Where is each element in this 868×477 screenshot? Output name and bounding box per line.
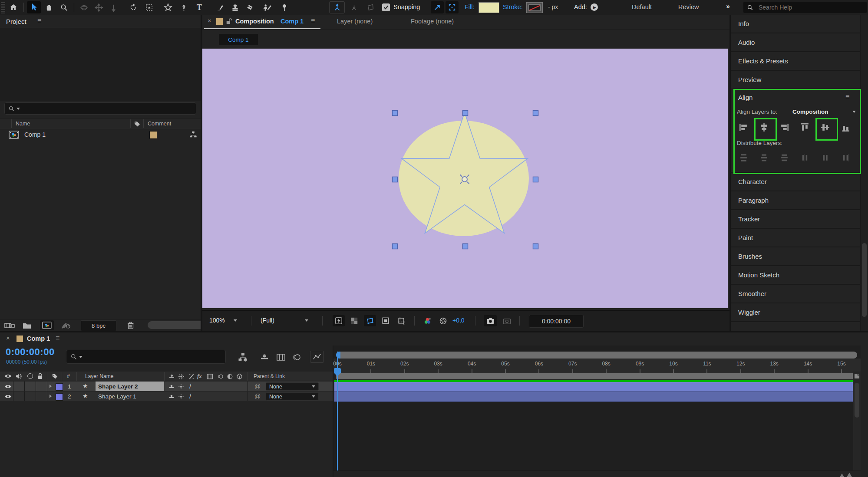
snap-to-features-button[interactable] bbox=[446, 1, 459, 13]
distribute-top-button[interactable] bbox=[736, 150, 751, 165]
orbit-camera-tool[interactable] bbox=[77, 1, 90, 13]
timeline-nav-scrollbar[interactable] bbox=[336, 352, 857, 359]
sidebar-item-audio[interactable]: Audio bbox=[731, 33, 860, 52]
motion-blur-column-icon[interactable] bbox=[217, 373, 224, 380]
solo-column-icon[interactable] bbox=[27, 373, 33, 379]
distribute-horizontal-center-button[interactable] bbox=[818, 150, 832, 165]
fill-label[interactable]: Fill: bbox=[465, 3, 475, 10]
camera-roi-tool[interactable] bbox=[142, 1, 155, 13]
layer-2-duration-bar[interactable] bbox=[334, 392, 859, 402]
search-help-box[interactable] bbox=[743, 2, 867, 13]
layer-quality-icon[interactable]: / bbox=[189, 392, 191, 400]
brush-tool[interactable] bbox=[214, 1, 227, 13]
comp-quick-tab[interactable]: Comp 1 bbox=[219, 34, 258, 45]
fast-previews-button[interactable] bbox=[333, 315, 345, 326]
comp-marker-bin-icon[interactable] bbox=[854, 373, 860, 379]
project-search-box[interactable] bbox=[4, 102, 196, 115]
motion-blur-toggle-icon[interactable] bbox=[292, 352, 301, 362]
interpret-footage-icon[interactable] bbox=[4, 322, 15, 329]
timeline-zoom-icons[interactable] bbox=[839, 472, 854, 477]
sidebar-item-info[interactable]: Info bbox=[731, 15, 860, 33]
column-comment[interactable]: Comment bbox=[148, 121, 171, 127]
align-bottom-button[interactable] bbox=[838, 120, 853, 135]
bit-depth-button[interactable]: 8 bpc bbox=[81, 320, 116, 331]
graph-editor-button[interactable] bbox=[310, 351, 324, 363]
layer-name-column-header[interactable]: Layer Name bbox=[85, 373, 113, 379]
stroke-width-value[interactable]: - px bbox=[548, 3, 558, 10]
layer-collapse-icon[interactable] bbox=[178, 394, 184, 400]
shy-toggle-icon[interactable] bbox=[260, 352, 269, 362]
search-help-input[interactable] bbox=[758, 3, 855, 11]
work-area-bar[interactable] bbox=[336, 373, 857, 379]
show-snapshot-button[interactable] bbox=[500, 315, 513, 326]
viewer-tab-comp-name[interactable]: Comp 1 bbox=[281, 18, 304, 25]
sidebar-item-brushes[interactable]: Brushes bbox=[731, 247, 860, 266]
viewer-tab-close-button[interactable]: × bbox=[208, 17, 211, 24]
sidebar-scrollbar-thumb[interactable] bbox=[862, 243, 867, 317]
parent-dropdown[interactable]: None bbox=[266, 392, 319, 401]
trash-icon[interactable] bbox=[127, 321, 135, 329]
label-column-tag-icon[interactable] bbox=[134, 120, 141, 127]
world-axis-mode-button[interactable] bbox=[347, 1, 361, 13]
sidebar-item-smoother[interactable]: Smoother bbox=[731, 285, 860, 303]
dolly-camera-tool[interactable] bbox=[107, 1, 120, 13]
composition-mini-flowchart-icon[interactable] bbox=[238, 352, 248, 362]
layer-visibility-eye-icon[interactable] bbox=[4, 394, 12, 399]
hand-tool[interactable] bbox=[43, 1, 56, 13]
project-panel-title[interactable]: Project bbox=[6, 18, 26, 25]
distribute-left-button[interactable] bbox=[797, 150, 812, 165]
layer-row-2[interactable]: 2 ★ Shape Layer 1 / @ None bbox=[0, 391, 333, 401]
roto-brush-tool[interactable] bbox=[260, 1, 274, 13]
sidebar-item-preview[interactable]: Preview bbox=[731, 71, 860, 89]
current-time-display[interactable]: 0:00:00:00 bbox=[6, 346, 55, 358]
video-column-eye-icon[interactable] bbox=[4, 373, 12, 379]
mask-visibility-button[interactable] bbox=[364, 315, 376, 326]
flowchart-icon[interactable] bbox=[189, 131, 197, 138]
zoom-tool[interactable] bbox=[57, 1, 70, 13]
parent-link-column-header[interactable]: Parent & Link bbox=[254, 373, 285, 379]
resolution-chevron[interactable] bbox=[305, 319, 308, 322]
puppet-pin-tool[interactable] bbox=[278, 1, 291, 13]
column-name[interactable]: Name bbox=[16, 121, 30, 127]
guides-rulers-button[interactable] bbox=[395, 315, 407, 326]
local-axis-mode-button[interactable] bbox=[329, 1, 345, 13]
type-tool[interactable]: T bbox=[193, 1, 206, 13]
align-panel-menu-icon[interactable]: ≡ bbox=[845, 93, 849, 101]
layer-expander[interactable] bbox=[50, 385, 52, 388]
take-snapshot-button[interactable] bbox=[484, 315, 497, 326]
align-right-button[interactable] bbox=[777, 120, 792, 135]
project-search-input[interactable] bbox=[23, 105, 190, 112]
fill-swatch[interactable] bbox=[479, 2, 499, 13]
parent-pickwhip-icon[interactable]: @ bbox=[254, 393, 261, 400]
playhead-marker[interactable] bbox=[334, 368, 341, 373]
stamp-tool[interactable] bbox=[228, 1, 241, 13]
timeline-vertical-scrollbar-thumb[interactable] bbox=[855, 383, 859, 418]
project-panel-menu-icon[interactable]: ≡ bbox=[37, 17, 41, 25]
selection-tool[interactable] bbox=[27, 1, 41, 13]
resolution-dropdown[interactable]: (Full) bbox=[261, 317, 274, 324]
timeline-tab-close-button[interactable]: × bbox=[6, 334, 10, 342]
transparency-grid-button[interactable] bbox=[348, 315, 360, 326]
shy-column-icon[interactable] bbox=[168, 373, 175, 380]
stroke-swatch[interactable] bbox=[526, 2, 543, 13]
parent-dropdown[interactable]: None bbox=[266, 382, 319, 391]
sidebar-item-motion-sketch[interactable]: Motion Sketch bbox=[731, 266, 860, 285]
search-options-chevron[interactable] bbox=[17, 108, 20, 110]
timeline-search-input[interactable] bbox=[86, 353, 218, 361]
audio-column-speaker-icon[interactable] bbox=[16, 373, 22, 379]
add-button[interactable]: ▶ bbox=[591, 3, 598, 11]
frame-blend-column-icon[interactable] bbox=[207, 373, 213, 380]
number-column-header[interactable]: # bbox=[67, 373, 70, 379]
distribute-right-button[interactable] bbox=[838, 150, 853, 165]
sidebar-item-character[interactable]: Character bbox=[731, 173, 860, 191]
layer-visibility-eye-icon[interactable] bbox=[4, 384, 12, 389]
snapping-checkbox[interactable] bbox=[382, 3, 390, 11]
timeline-search-box[interactable] bbox=[66, 350, 226, 364]
composition-canvas[interactable] bbox=[202, 49, 728, 308]
toolbar-grip[interactable] bbox=[1, 1, 5, 13]
workspace-default[interactable]: Default bbox=[632, 3, 652, 10]
new-folder-icon[interactable] bbox=[23, 322, 31, 329]
unlock-icon[interactable] bbox=[226, 18, 232, 25]
project-item-row[interactable]: Comp 1 bbox=[0, 129, 201, 140]
parent-pickwhip-icon[interactable]: @ bbox=[254, 383, 261, 390]
